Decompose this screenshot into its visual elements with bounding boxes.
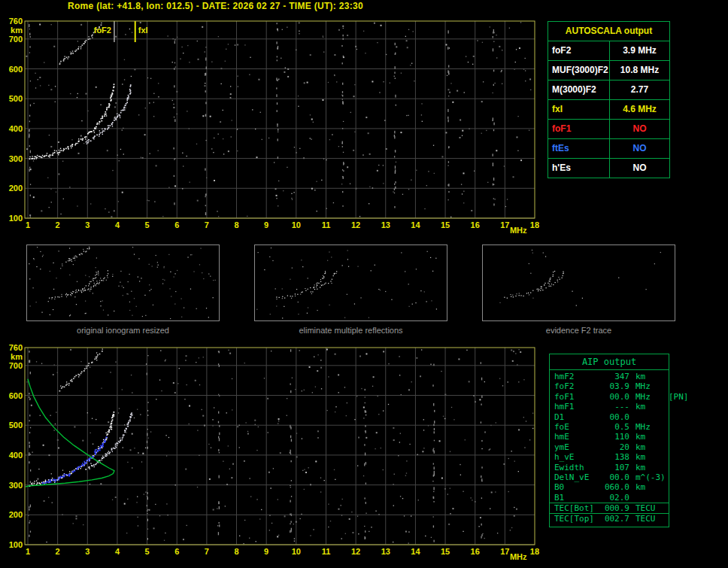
autoscala-param-value: 2.77 [610,80,669,99]
aip-rows: hmF2347kmfoF203.9MHzfoF100.0MHz[PN]hmF1-… [550,370,669,527]
svg-text:400: 400 [9,451,23,460]
svg-text:12: 12 [351,220,360,229]
aip-row: hmE110km [550,432,669,442]
aip-param-flag: [PN] [667,392,689,402]
autoscala-title: AUTOSCALA output [548,22,669,41]
aip-param-value: 110 [602,432,629,442]
main-ionogram-plot: foF2fxI123456789101112131415161718MHz760… [6,17,540,236]
svg-text:5: 5 [145,220,150,229]
svg-text:7: 7 [205,220,209,229]
aip-param-value: 20 [602,442,629,452]
svg-text:200: 200 [9,510,23,519]
svg-text:fxI: fxI [138,26,148,35]
svg-text:km: km [11,352,23,361]
aip-param-name: hmE [554,432,602,442]
aip-row: Ewidth107km [550,463,669,472]
aip-param-name: ymE [554,442,602,452]
thumbnail-f2-trace [482,245,675,321]
aip-param-unit: km [629,402,667,412]
autoscala-param-label: M(3000)F2 [548,80,610,99]
aip-row: DelN_vE00.0m^(-3) [550,472,669,482]
autoscala-param-label: foF2 [548,41,610,60]
svg-text:2: 2 [56,547,60,556]
svg-text:700: 700 [9,35,23,44]
aip-param-name: TEC[Bot] [554,503,602,513]
svg-text:12: 12 [351,547,360,556]
svg-text:11: 11 [322,547,331,556]
aip-param-name: Ewidth [554,463,602,472]
aip-param-value: --- [602,402,629,412]
thumb-no-multiples-plot [255,245,447,320]
svg-text:3: 3 [85,547,89,556]
svg-text:7: 7 [205,547,209,556]
aip-row: D100.0 [550,412,669,422]
autoscala-row: MUF(3000)F210.8 MHz [548,60,669,80]
svg-text:600: 600 [9,65,23,74]
aip-param-name: TEC[Top] [554,514,602,524]
autoscala-param-value: NO [610,139,669,158]
aip-param-name: D1 [554,412,602,422]
svg-text:14: 14 [411,220,420,229]
svg-text:100: 100 [9,540,23,549]
aip-param-name: foF2 [554,381,602,391]
autoscala-row: M(3000)F22.77 [548,80,669,99]
aip-param-name: h_vE [554,452,602,462]
aip-param-value: 03.9 [602,381,629,391]
svg-text:16: 16 [471,220,480,229]
svg-text:foF2: foF2 [94,26,111,35]
svg-text:16: 16 [471,547,480,556]
aip-param-value: 00.0 [602,412,629,422]
svg-text:2: 2 [56,220,60,229]
svg-text:4: 4 [115,547,120,556]
aip-param-unit: TECU [629,503,667,513]
aip-param-name: foE [554,422,602,432]
svg-text:11: 11 [322,220,331,229]
thumbnail-original-ionogram [26,245,220,321]
svg-text:500: 500 [9,94,23,103]
aip-param-name: DelN_vE [554,472,602,482]
aip-param-value: 000.9 [602,503,629,513]
aip-param-value: 02.0 [602,493,629,503]
svg-text:8: 8 [234,220,238,229]
autoscala-rows: foF23.9 MHzMUF(3000)F210.8 MHzM(3000)F22… [548,41,669,178]
station-title: Rome (lat: +41.8, lon: 012.5) - DATE: 20… [68,1,363,11]
aip-param-value: 060.0 [602,482,629,492]
aip-row: hmF2347km [550,372,669,381]
svg-text:5: 5 [145,547,150,556]
thumbnail-no-multiples [254,245,447,321]
aip-param-value: 00.0 [602,392,629,402]
autoscala-param-value: NO [610,159,669,178]
aip-row: hmF1---km [550,402,669,412]
aip-param-unit: km [629,432,667,442]
aip-param-name: B0 [554,482,602,492]
aip-param-value: 0.5 [602,422,629,432]
aip-row: foF100.0MHz[PN] [550,392,669,402]
thumb-original-plot [27,245,219,320]
svg-text:300: 300 [9,154,23,163]
svg-text:15: 15 [441,220,450,229]
thumbnail-caption: eliminate multiple reflections [254,326,447,335]
svg-text:760: 760 [9,17,23,26]
aip-param-unit: km [629,463,667,472]
autoscala-param-value: 10.8 MHz [610,61,669,80]
svg-text:15: 15 [441,547,450,556]
profile-ionogram-plot: 123456789101112131415161718MHz7607006005… [6,343,540,563]
aip-row: B0060.0km [550,482,669,492]
svg-text:km: km [11,26,23,35]
aip-title: AIP output [550,354,669,370]
aip-param-value: 002.7 [602,514,629,524]
thumb-f2-trace-plot [483,245,675,320]
aip-param-value: 138 [602,452,629,462]
aip-param-unit [629,493,667,503]
svg-text:17: 17 [500,220,509,229]
svg-text:MHz: MHz [510,226,527,235]
svg-text:1: 1 [26,547,30,556]
svg-text:9: 9 [264,220,268,229]
svg-text:18: 18 [530,547,539,556]
aip-param-value: 00.0 [602,472,629,482]
autoscala-param-value: 3.9 MHz [610,41,669,60]
svg-text:9: 9 [264,547,268,556]
autoscala-param-label: foF1 [548,120,610,138]
aip-row: TEC[Top]002.7TECU [550,513,669,524]
aip-row: h_vE138km [550,452,669,462]
